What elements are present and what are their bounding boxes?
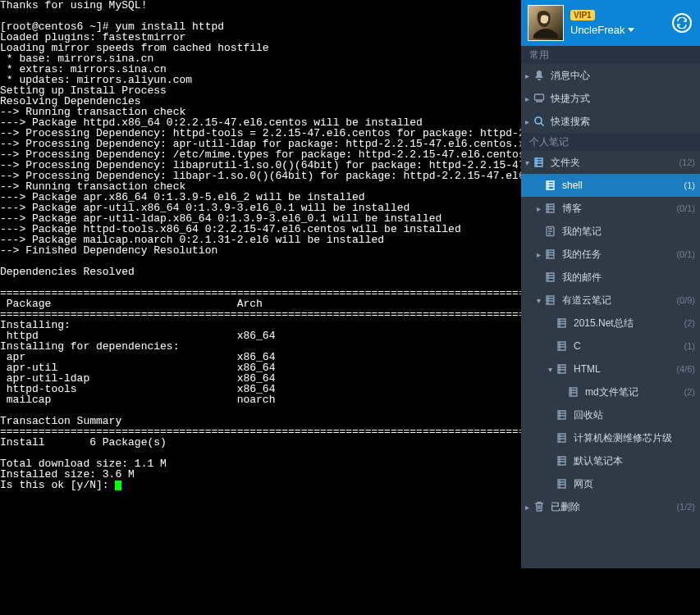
row-label: HTML — [574, 363, 676, 375]
count-badge: (4/6) — [676, 364, 695, 374]
user-name-label: UncleFreak — [570, 24, 625, 36]
row-label: md文件笔记 — [585, 385, 684, 399]
row-shell[interactable]: shell (1) — [521, 174, 700, 197]
row-label: 博客 — [562, 202, 676, 216]
folder-icon — [533, 156, 546, 169]
chevron-right-icon: ▸ — [521, 503, 533, 512]
count-badge: (0/1) — [676, 203, 695, 213]
chevron-right-icon: ▸ — [533, 204, 544, 213]
sync-button[interactable] — [672, 13, 692, 33]
panel-scroll[interactable]: 常用 ▸ 消息中心 ▸ 快捷方式 ▸ 快速搜索 个人笔记 ▾ — [521, 46, 700, 568]
row-quick-search[interactable]: ▸ 快速搜索 — [521, 110, 700, 133]
row-default-notebook[interactable]: 默认笔记本 — [521, 449, 700, 472]
row-label: 快捷方式 — [551, 92, 695, 106]
note-icon — [544, 225, 557, 238]
notebook-icon — [544, 271, 557, 284]
count-badge: (2) — [684, 318, 695, 328]
row-label: shell — [562, 180, 684, 191]
count-badge: (0/1) — [676, 249, 695, 259]
chevron-right-icon: ▸ — [521, 117, 533, 126]
chevron-down-icon: ▾ — [533, 296, 544, 305]
avatar[interactable] — [528, 5, 564, 41]
vip-badge: VIP1 — [570, 10, 595, 20]
row-label: 计算机检测维修芯片级 — [574, 431, 695, 445]
user-block: VIP1 UncleFreak — [570, 10, 634, 36]
shortcut-icon — [533, 92, 546, 105]
row-blog[interactable]: ▸ 博客 (0/1) — [521, 197, 700, 220]
notes-panel: VIP1 UncleFreak 常用 ▸ 消息中心 ▸ — [521, 0, 700, 568]
terminal-cursor — [115, 481, 121, 490]
notebook-icon — [544, 202, 557, 215]
notebook-icon — [544, 179, 557, 192]
row-label: 网页 — [574, 477, 695, 491]
notebook-icon — [556, 454, 569, 467]
section-common: 常用 — [521, 46, 700, 64]
count-badge: (1/2) — [676, 502, 695, 512]
caret-down-icon — [628, 28, 634, 32]
row-c[interactable]: C (1) — [521, 335, 700, 358]
count-badge: (12) — [679, 157, 695, 167]
svg-rect-1 — [535, 94, 544, 100]
row-2015net[interactable]: 2015.Net总结 (2) — [521, 312, 700, 335]
notebook-icon — [556, 362, 569, 376]
notebook-icon — [556, 317, 569, 330]
row-youdao[interactable]: ▾ 有道云笔记 (0/9) — [521, 289, 700, 312]
notebook-icon — [567, 385, 580, 399]
notebook-icon — [556, 431, 569, 444]
trash-icon — [533, 500, 546, 513]
user-name-dropdown[interactable]: UncleFreak — [570, 24, 634, 36]
row-label: 2015.Net总结 — [574, 317, 684, 330]
row-computer-repair[interactable]: 计算机检测维修芯片级 — [521, 426, 700, 449]
chevron-right-icon: ▸ — [521, 94, 533, 103]
count-badge: (2) — [684, 387, 695, 397]
row-trash[interactable]: ▸ 已删除 (1/2) — [521, 495, 700, 518]
row-shortcuts[interactable]: ▸ 快捷方式 — [521, 87, 700, 110]
svg-point-2 — [535, 117, 542, 124]
row-my-tasks[interactable]: ▸ 我的任务 (0/1) — [521, 243, 700, 266]
count-badge: (1) — [684, 180, 695, 190]
notebook-icon — [556, 477, 569, 490]
search-icon — [533, 115, 546, 128]
row-message-center[interactable]: ▸ 消息中心 — [521, 64, 700, 87]
row-label: 回收站 — [574, 408, 695, 422]
row-webpages[interactable]: 网页 — [521, 472, 700, 495]
row-my-notes[interactable]: 我的笔记 — [521, 220, 700, 243]
row-label: 已删除 — [551, 500, 676, 514]
row-label: 消息中心 — [551, 69, 695, 83]
count-badge: (1) — [684, 341, 695, 351]
bell-icon — [533, 69, 546, 82]
row-md-notes[interactable]: md文件笔记 (2) — [521, 380, 700, 403]
row-label: C — [574, 340, 684, 352]
row-label: 我的任务 — [562, 248, 676, 262]
row-label: 快速搜索 — [551, 115, 695, 129]
chevron-down-icon: ▾ — [521, 158, 533, 167]
row-label: 默认笔记本 — [574, 454, 695, 468]
row-my-mail[interactable]: 我的邮件 — [521, 266, 700, 289]
chevron-right-icon: ▸ — [533, 250, 544, 259]
chevron-right-icon: ▸ — [521, 71, 533, 80]
count-badge: (0/9) — [676, 295, 695, 305]
notebook-icon — [544, 248, 557, 261]
notebook-icon — [556, 408, 569, 421]
chevron-down-icon: ▾ — [544, 365, 556, 374]
panel-header: VIP1 UncleFreak — [521, 0, 700, 46]
notebook-icon — [556, 339, 569, 353]
row-label: 文件夹 — [551, 156, 679, 170]
notebook-icon — [544, 294, 557, 307]
row-label: 有道云笔记 — [562, 294, 676, 308]
row-folders[interactable]: ▾ 文件夹 (12) — [521, 151, 700, 174]
section-personal-notes: 个人笔记 — [521, 133, 700, 151]
row-recycle[interactable]: 回收站 — [521, 403, 700, 426]
row-label: 我的笔记 — [562, 225, 695, 239]
row-label: 我的邮件 — [562, 271, 695, 285]
row-html[interactable]: ▾ HTML (4/6) — [521, 358, 700, 380]
